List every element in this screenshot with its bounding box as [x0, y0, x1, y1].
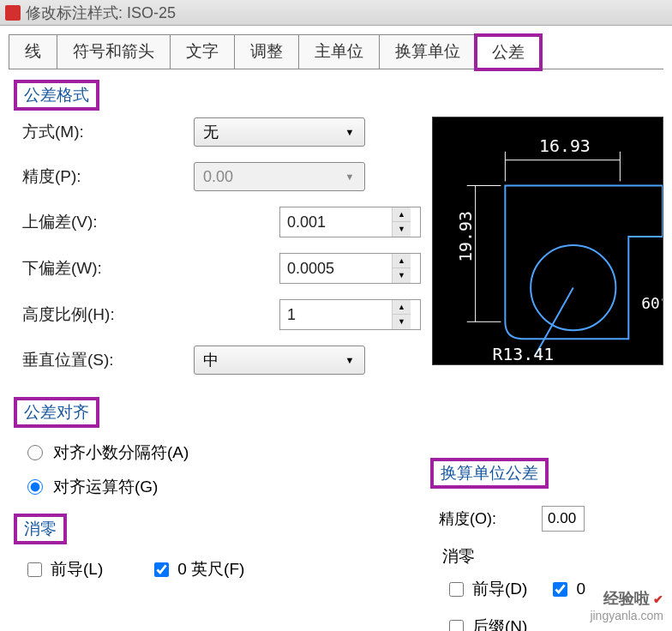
leading-label: 前导(L): [51, 558, 103, 580]
dim-radius: R13.41: [492, 345, 554, 364]
tab-tolerance[interactable]: 公差: [476, 35, 541, 69]
window-title: 修改标注样式: ISO-25: [26, 3, 176, 23]
titlebar: 修改标注样式: ISO-25: [0, 0, 672, 26]
alt-precision-input[interactable]: [542, 506, 585, 532]
spinner-down-icon[interactable]: ▼: [393, 222, 411, 237]
scale-label: 高度比例(H):: [22, 303, 194, 326]
align-decimal-radio[interactable]: [27, 445, 43, 460]
spinner-down-icon[interactable]: ▼: [393, 268, 411, 283]
precision-label: 精度(P):: [22, 165, 194, 188]
chevron-down-icon: ▼: [344, 355, 356, 365]
upper-input[interactable]: [280, 210, 392, 235]
alt-suppress-title: 消零: [442, 545, 663, 568]
feet-label: 0 英尺(F): [177, 558, 244, 580]
alt-leading-checkbox[interactable]: [449, 582, 464, 597]
upper-label: 上偏差(V):: [22, 211, 194, 233]
app-icon: [5, 5, 21, 21]
align-operator-radio[interactable]: [27, 479, 43, 495]
scale-input[interactable]: [280, 303, 392, 328]
alt-zero-checkbox[interactable]: [553, 582, 567, 597]
method-label: 方式(M):: [22, 121, 194, 143]
feet-checkbox[interactable]: [154, 562, 169, 577]
tab-fit[interactable]: 调整: [234, 34, 299, 69]
leading-checkbox[interactable]: [27, 562, 42, 577]
lower-input[interactable]: [280, 256, 392, 281]
scale-spinner[interactable]: ▲ ▼: [279, 299, 421, 330]
suppress-title: 消零: [15, 515, 65, 543]
alt-precision-label: 精度(O):: [439, 508, 533, 529]
alt-trailing-label: 后缀(N): [472, 616, 527, 631]
align-operator-label: 对齐运算符(G): [53, 476, 158, 498]
dim-left: 19.93: [456, 211, 476, 262]
upper-spinner[interactable]: ▲ ▼: [279, 207, 421, 237]
method-combobox[interactable]: 无 ▼: [194, 117, 365, 147]
alt-zero-label: 0: [576, 580, 585, 598]
vpos-label: 垂直位置(S):: [22, 349, 194, 371]
lower-label: 下偏差(W):: [22, 257, 194, 279]
tolerance-format-title: 公差格式: [15, 81, 98, 109]
tab-primary-units[interactable]: 主单位: [298, 34, 380, 69]
tab-strip: 线 符号和箭头 文字 调整 主单位 换算单位 公差: [9, 34, 663, 69]
tab-text[interactable]: 文字: [170, 34, 235, 69]
spinner-up-icon[interactable]: ▲: [393, 300, 411, 315]
watermark: 经验啦 ✔ jingyanla.com: [590, 588, 663, 622]
chevron-down-icon: ▼: [344, 127, 356, 137]
alt-tolerance-title: 换算单位公差: [432, 460, 547, 487]
lower-spinner[interactable]: ▲ ▼: [279, 253, 421, 284]
spinner-down-icon[interactable]: ▼: [393, 315, 411, 329]
spinner-up-icon[interactable]: ▲: [393, 254, 411, 268]
dim-angle: 60°: [641, 294, 663, 312]
tab-lines[interactable]: 线: [9, 34, 57, 69]
tab-alt-units[interactable]: 换算单位: [379, 34, 477, 69]
tab-symbols[interactable]: 符号和箭头: [57, 34, 171, 69]
dim-top: 16.93: [539, 136, 591, 156]
spinner-up-icon[interactable]: ▲: [393, 207, 411, 222]
alignment-title: 公差对齐: [15, 399, 98, 426]
vpos-value: 中: [203, 350, 219, 370]
chevron-down-icon: ▼: [344, 171, 356, 182]
alt-leading-label: 前导(D): [472, 578, 527, 600]
align-decimal-label: 对齐小数分隔符(A): [53, 442, 189, 464]
method-value: 无: [203, 122, 219, 142]
preview-pane: 16.93 19.93 R13.41 60°: [432, 117, 663, 365]
alt-trailing-checkbox[interactable]: [449, 620, 464, 632]
vpos-combobox[interactable]: 中 ▼: [194, 346, 365, 375]
precision-value: 0.00: [203, 168, 233, 186]
precision-combobox[interactable]: 0.00 ▼: [194, 162, 365, 191]
